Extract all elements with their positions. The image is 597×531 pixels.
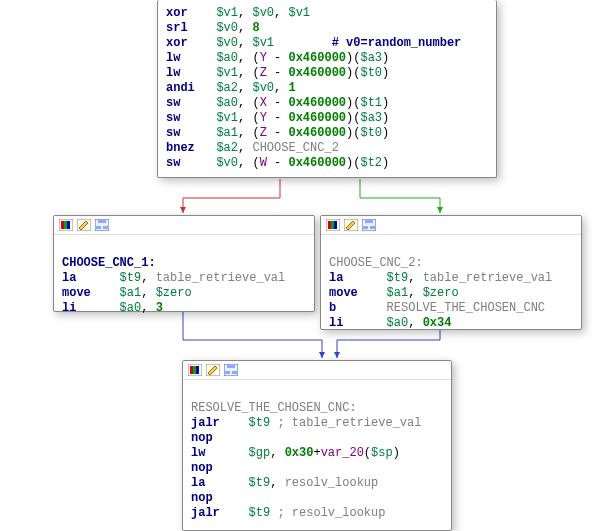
block-right-code: CHOOSE_CNC_2: la $t9, table_retrieve_val… — [321, 235, 581, 339]
edit-icon — [76, 218, 92, 232]
color-icon — [325, 218, 341, 232]
block-left-code: CHOOSE_CNC_1: la $t9, table_retrieve_val… — [54, 235, 314, 324]
block-top-code: xor $v1, $v0, $v1 srl $v0, 8 xor $v0, $v… — [158, 0, 496, 179]
block-resolve-chosen-cnc[interactable]: RESOLVE_THE_CHOSEN_CNC: jalr $t9 ; table… — [182, 360, 452, 531]
block-top[interactable]: xor $v1, $v0, $v1 srl $v0, 8 xor $v0, $v… — [157, 0, 497, 178]
svg-rect-6 — [98, 220, 106, 223]
svg-rect-8 — [103, 226, 108, 229]
block-header — [54, 216, 314, 235]
edit-icon — [343, 218, 359, 232]
graph-icon — [94, 218, 110, 232]
svg-rect-11 — [331, 221, 334, 229]
svg-rect-7 — [96, 226, 101, 229]
svg-rect-10 — [328, 221, 331, 229]
edit-icon — [205, 363, 221, 377]
svg-rect-21 — [196, 366, 199, 374]
svg-rect-24 — [227, 365, 235, 368]
svg-rect-26 — [232, 371, 237, 374]
graph-icon — [361, 218, 377, 232]
svg-rect-19 — [190, 366, 193, 374]
svg-rect-3 — [67, 221, 70, 229]
svg-rect-16 — [363, 226, 368, 229]
svg-rect-20 — [193, 366, 196, 374]
svg-rect-25 — [225, 371, 230, 374]
block-choose-cnc-2[interactable]: CHOOSE_CNC_2: la $t9, table_retrieve_val… — [320, 215, 582, 330]
svg-rect-15 — [365, 220, 373, 223]
svg-rect-17 — [370, 226, 375, 229]
svg-rect-12 — [334, 221, 337, 229]
block-bottom-code: RESOLVE_THE_CHOSEN_CNC: jalr $t9 ; table… — [183, 380, 451, 529]
graph-icon — [223, 363, 239, 377]
svg-rect-1 — [61, 221, 64, 229]
block-choose-cnc-1[interactable]: CHOOSE_CNC_1: la $t9, table_retrieve_val… — [53, 215, 315, 312]
svg-rect-2 — [64, 221, 67, 229]
block-header — [321, 216, 581, 235]
color-icon — [187, 363, 203, 377]
color-icon — [58, 218, 74, 232]
block-header — [183, 361, 451, 380]
